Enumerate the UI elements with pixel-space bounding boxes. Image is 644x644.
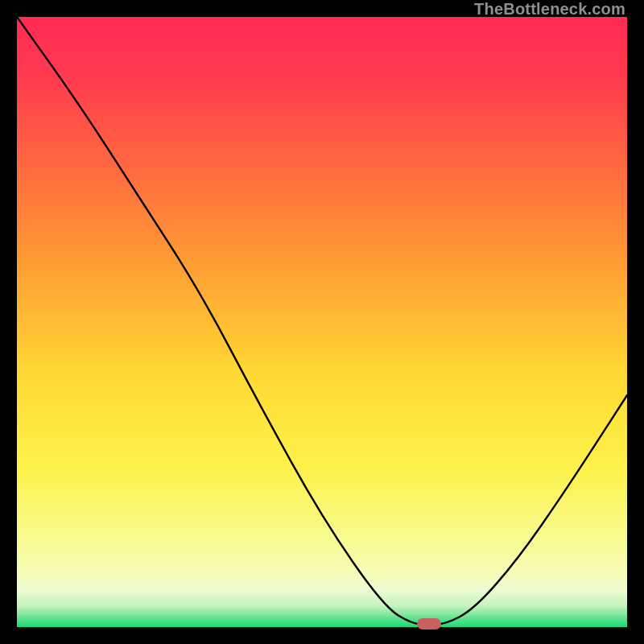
- curve-line: [17, 17, 627, 627]
- chart-frame: [17, 17, 627, 627]
- optimum-marker: [417, 618, 441, 630]
- watermark-text: TheBottleneck.com: [474, 0, 625, 19]
